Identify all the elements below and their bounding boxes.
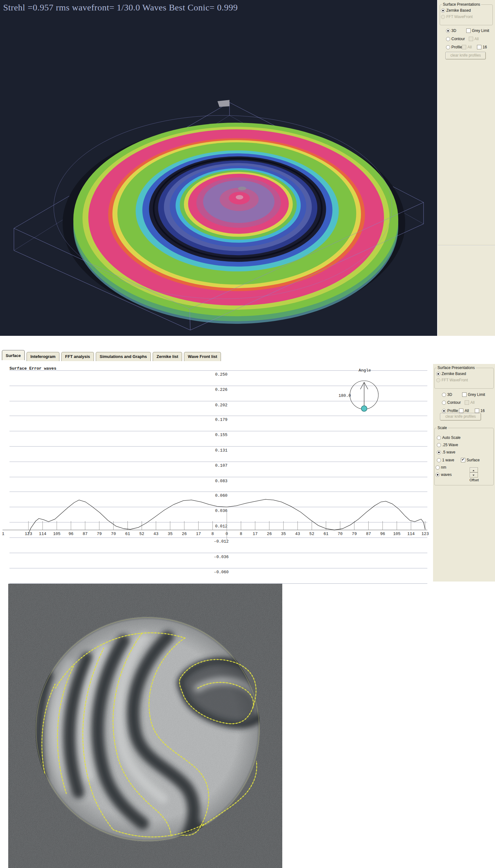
checkbox-grey-limit[interactable]: [462, 392, 466, 397]
svg-text:17: 17: [253, 531, 258, 536]
tab-inteferogram[interactable]: Inteferogram: [27, 352, 59, 361]
radio-3d[interactable]: [446, 29, 450, 33]
radio-contour-label: Contour: [451, 37, 465, 41]
svg-text:180.0: 180.0: [339, 393, 351, 398]
tab-zernike-list[interactable]: Zernike list: [153, 352, 182, 361]
surface-presentations-panel-top: Surface Presentations Zernike Based FFT …: [437, 0, 495, 336]
svg-text:0.202: 0.202: [215, 403, 227, 408]
radio-nm[interactable]: [436, 465, 440, 470]
center-highlight: [238, 187, 246, 190]
checkbox-grey-limit-label: Grey Limit: [472, 29, 489, 33]
angle-indicator: Angle180.0: [339, 368, 378, 411]
checkbox-16[interactable]: [477, 45, 481, 49]
radio-3d[interactable]: [442, 393, 446, 397]
checkbox-contour-all: [465, 400, 469, 405]
svg-text:123: 123: [25, 531, 32, 536]
surface-color-rings: [73, 123, 398, 316]
svg-text:105: 105: [393, 531, 400, 536]
svg-text:0.060: 0.060: [215, 493, 227, 498]
radio-zernike-label: Zernike Based: [446, 8, 471, 13]
svg-text:96: 96: [69, 531, 74, 536]
svg-text:8: 8: [240, 531, 242, 536]
radio-contour-label: Contour: [447, 400, 461, 405]
svg-text:61: 61: [323, 531, 328, 536]
radio-profile-label: Profile: [451, 45, 462, 49]
checkbox-surface[interactable]: [461, 458, 465, 462]
radio-zernike-based[interactable]: [436, 372, 440, 376]
svg-text:0.083: 0.083: [215, 479, 227, 483]
svg-text:26: 26: [182, 531, 187, 536]
tab-wave-front-list[interactable]: Wave Front list: [184, 352, 221, 361]
checkbox-profile-all-label: All: [467, 45, 472, 49]
checkbox-profile-all[interactable]: [459, 409, 463, 413]
offset-label: Offset: [465, 478, 484, 482]
group-title: Surface Presentations: [442, 2, 481, 7]
offset-up-button[interactable]: [470, 467, 478, 473]
svg-text:0.107: 0.107: [215, 463, 227, 468]
radio-auto-scale-label: Auto Scale: [442, 436, 461, 440]
radio-zernike-label: Zernike Based: [442, 372, 466, 376]
group-title: Surface Presentations: [437, 365, 476, 370]
svg-text:Angle: Angle: [358, 368, 371, 373]
radio-half-wave[interactable]: [437, 450, 441, 454]
radio-contour[interactable]: [446, 37, 450, 41]
radio-profile-label: Profile: [447, 409, 458, 413]
checkbox-16[interactable]: [475, 409, 479, 413]
svg-text:0.012: 0.012: [215, 524, 227, 529]
checkbox-grey-limit[interactable]: [466, 29, 471, 33]
svg-text:43: 43: [154, 531, 159, 536]
svg-text:79: 79: [352, 531, 357, 536]
radio-fft-label: FFT WaveFront: [442, 378, 468, 382]
interferogram-image: [8, 584, 282, 868]
radio-waves[interactable]: [436, 473, 440, 477]
checkbox-contour-all-label: All: [475, 37, 479, 41]
radio-contour[interactable]: [442, 401, 446, 405]
svg-text:43: 43: [295, 531, 300, 536]
radio-waves-label: waves: [441, 473, 452, 477]
checkbox-grey-limit-label: Grey Limit: [468, 392, 485, 397]
svg-text:123: 123: [421, 531, 429, 536]
radio-profile[interactable]: [446, 45, 450, 49]
svg-text:8: 8: [211, 531, 214, 536]
radio-profile[interactable]: [442, 409, 446, 413]
offset-down-button[interactable]: [470, 473, 478, 477]
clear-knife-profiles-button[interactable]: clear knife profiles: [440, 413, 481, 421]
svg-text:17: 17: [196, 531, 201, 536]
radio-auto-scale[interactable]: [437, 436, 441, 440]
tab-fft-analysis[interactable]: FFT analysis: [61, 352, 94, 361]
scale-group-title: Scale: [437, 426, 448, 430]
checkbox-profile-all-label: All: [465, 409, 469, 413]
radio-one-wave[interactable]: [437, 458, 441, 462]
radio-zernike-based[interactable]: [441, 8, 445, 13]
svg-text:87: 87: [83, 531, 88, 536]
svg-text:35: 35: [281, 531, 286, 536]
radio-fft-label: FFT WaveFront: [446, 15, 473, 19]
svg-text:0.131: 0.131: [215, 448, 227, 453]
svg-text:0.179: 0.179: [215, 418, 227, 422]
checkbox-contour-all: [469, 37, 473, 41]
profile-chart: 0.2500.2260.2020.1790.1550.1310.1070.083…: [0, 361, 432, 585]
interferogram-canvas: [8, 584, 282, 868]
surface-3d-plot: [0, 0, 437, 336]
svg-text:114: 114: [407, 531, 415, 536]
svg-text:1: 1: [2, 531, 4, 536]
tab-surface[interactable]: Surface: [2, 350, 25, 360]
surface-presentations-panel-middle: Surface Presentations Zernike Based FFT …: [432, 364, 495, 581]
radio-3d-label: 3D: [451, 29, 456, 33]
checkbox-surface-label: Surface: [466, 458, 479, 462]
radio-fft-wavefront: [441, 15, 445, 19]
radio-half-wave-label: .5 wave: [442, 450, 455, 454]
clear-knife-profiles-button[interactable]: clear knife profiles: [445, 52, 486, 59]
checkbox-16-label: 16: [483, 45, 487, 49]
svg-text:96: 96: [380, 531, 385, 536]
radio-one-wave-label: 1 wave: [442, 458, 454, 462]
radio-quarter-wave[interactable]: [437, 443, 441, 447]
svg-text:114: 114: [39, 531, 47, 536]
svg-text:70: 70: [338, 531, 343, 536]
tab-simulations-and-graphs[interactable]: Simulations and Graphs: [96, 352, 151, 361]
surface-3d-view: Strehl =0.957 rms wavefront= 1/30.0 Wave…: [0, 0, 437, 336]
svg-text:0.036: 0.036: [215, 509, 227, 513]
svg-text:87: 87: [366, 531, 371, 536]
checkbox-16-label: 16: [480, 409, 484, 413]
radio-fft-wavefront: [436, 378, 440, 382]
